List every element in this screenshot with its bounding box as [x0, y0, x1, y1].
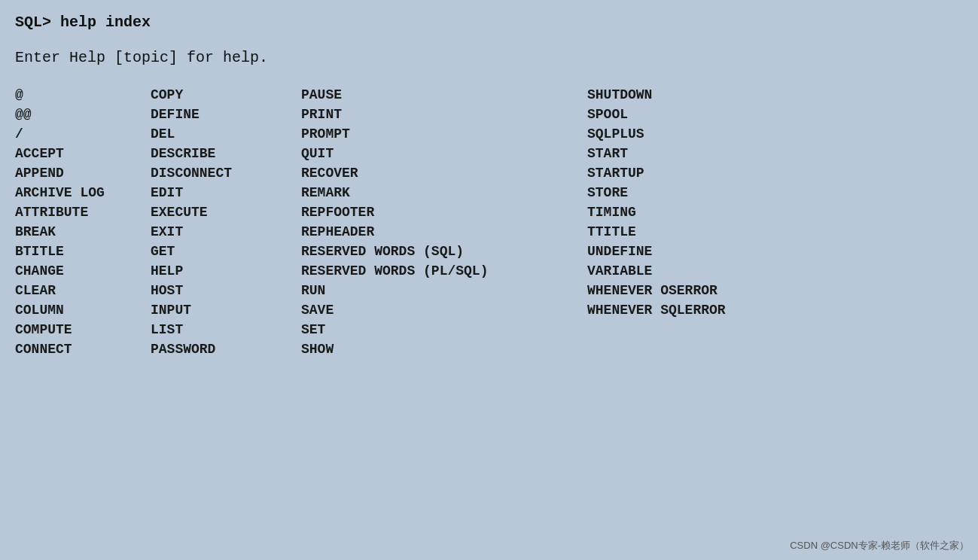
cmd-cell: VARIABLE	[587, 263, 963, 278]
cmd-cell	[587, 342, 963, 357]
cmd-cell: DEL	[151, 126, 301, 142]
cmd-cell: EXECUTE	[151, 205, 301, 220]
cmd-cell: TIMING	[587, 205, 963, 220]
cmd-cell: BREAK	[15, 224, 151, 239]
cmd-cell: RECOVER	[301, 166, 587, 181]
cmd-cell: UNDEFINE	[587, 244, 963, 259]
cmd-cell: ATTRIBUTE	[15, 205, 151, 220]
cmd-cell: GET	[151, 244, 301, 259]
cmd-cell: BTITLE	[15, 244, 151, 259]
cmd-cell: EXIT	[151, 224, 301, 239]
cmd-cell: APPEND	[15, 166, 151, 181]
cmd-cell: LIST	[151, 322, 301, 337]
cmd-cell: HELP	[151, 263, 301, 278]
cmd-cell: SQLPLUS	[587, 126, 963, 142]
cmd-cell: PRINT	[301, 107, 587, 122]
cmd-cell: RESERVED WORDS (SQL)	[301, 244, 587, 259]
cmd-cell: SHOW	[301, 342, 587, 357]
cmd-cell: @	[15, 87, 151, 102]
cmd-cell: CLEAR	[15, 283, 151, 298]
commands-grid: @COPYPAUSESHUTDOWN@@DEFINEPRINTSPOOL/DEL…	[15, 87, 963, 357]
cmd-cell: COMPUTE	[15, 322, 151, 337]
cmd-cell: CHANGE	[15, 263, 151, 278]
cmd-cell	[587, 322, 963, 337]
cmd-cell: COPY	[151, 87, 301, 102]
cmd-cell: REMARK	[301, 185, 587, 200]
cmd-cell: ARCHIVE LOG	[15, 185, 151, 200]
cmd-cell: TTITLE	[587, 224, 963, 239]
cmd-cell: WHENEVER SQLERROR	[587, 303, 963, 318]
cmd-cell: COLUMN	[15, 303, 151, 318]
cmd-cell: PAUSE	[301, 87, 587, 102]
cmd-cell: STORE	[587, 185, 963, 200]
cmd-cell: SPOOL	[587, 107, 963, 122]
cmd-cell: PASSWORD	[151, 342, 301, 357]
cmd-cell: @@	[15, 107, 151, 122]
cmd-cell: STARTUP	[587, 166, 963, 181]
cmd-cell: /	[15, 126, 151, 142]
cmd-cell: SAVE	[301, 303, 587, 318]
watermark: CSDN @CSDN专家-赖老师（软件之家）	[790, 539, 969, 552]
cmd-cell: RUN	[301, 283, 587, 298]
cmd-cell: CONNECT	[15, 342, 151, 357]
help-intro: Enter Help [topic] for help.	[15, 49, 963, 66]
cmd-cell: INPUT	[151, 303, 301, 318]
cmd-cell: REPFOOTER	[301, 205, 587, 220]
cmd-cell: DISCONNECT	[151, 166, 301, 181]
cmd-cell: RESERVED WORDS (PL/SQL)	[301, 263, 587, 278]
cmd-cell: HOST	[151, 283, 301, 298]
cmd-cell: SET	[301, 322, 587, 337]
cmd-cell: QUIT	[301, 146, 587, 161]
cmd-cell: SHUTDOWN	[587, 87, 963, 102]
cmd-cell: REPHEADER	[301, 224, 587, 239]
cmd-cell: WHENEVER OSERROR	[587, 283, 963, 298]
cmd-cell: PROMPT	[301, 126, 587, 142]
command-line: SQL> help index	[15, 14, 963, 31]
cmd-cell: DEFINE	[151, 107, 301, 122]
cmd-cell: EDIT	[151, 185, 301, 200]
cmd-cell: START	[587, 146, 963, 161]
cmd-cell: DESCRIBE	[151, 146, 301, 161]
cmd-cell: ACCEPT	[15, 146, 151, 161]
